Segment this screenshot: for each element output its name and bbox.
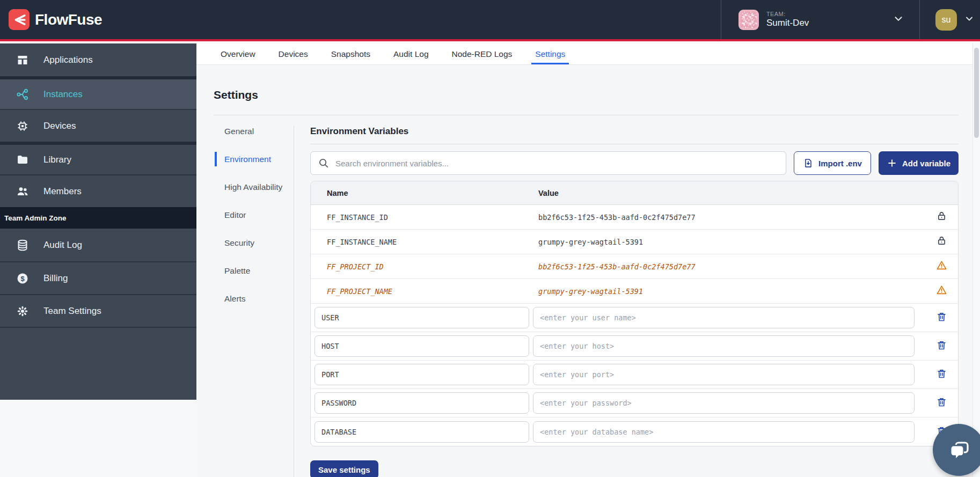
env-var-value-input[interactable] <box>533 364 915 385</box>
chat-widget-button[interactable] <box>933 424 980 476</box>
library-icon <box>16 153 29 166</box>
audit-log-icon <box>16 239 29 252</box>
env-var-name-input[interactable] <box>315 364 529 385</box>
env-toolbar: Import .env Add variable <box>310 151 959 175</box>
delete-variable-button[interactable] <box>935 339 948 354</box>
subnav-item-alerts[interactable]: Alerts <box>224 293 287 304</box>
column-header-value: Value <box>538 189 925 197</box>
sidebar-item-team-settings[interactable]: Team Settings <box>0 294 196 327</box>
env-var-name: FF_PROJECT_ID <box>311 262 538 271</box>
env-var-value-input[interactable] <box>533 335 915 357</box>
tab-devices[interactable]: Devices <box>279 43 308 64</box>
chevron-down-icon[interactable] <box>964 13 975 26</box>
tab-settings[interactable]: Settings <box>535 43 565 64</box>
sidebar: ApplicationsInstancesDevicesLibraryMembe… <box>0 43 196 400</box>
sidebar-item-label: Library <box>43 155 71 165</box>
sidebar-item-label: Applications <box>43 55 93 65</box>
team-label: TEAM: <box>766 11 809 17</box>
sidebar-item-label: Team Settings <box>43 306 101 317</box>
env-variables-table: Name Value FF_INSTANCE_IDbb2f6c53-1f25-4… <box>310 181 959 446</box>
delete-variable-button[interactable] <box>935 310 948 325</box>
column-header-name: Name <box>311 189 538 197</box>
sidebar-item-label: Audit Log <box>43 240 82 251</box>
scrollbar-thumb[interactable] <box>974 48 979 138</box>
env-var-row-user <box>311 304 958 332</box>
devices-icon <box>16 120 29 133</box>
sidebar-item-audit-log[interactable]: Audit Log <box>0 229 196 261</box>
sidebar-item-billing[interactable]: $Billing <box>0 261 196 294</box>
subnav-item-editor[interactable]: Editor <box>224 209 287 221</box>
page-title: Settings <box>214 89 959 101</box>
env-var-name-input[interactable] <box>315 307 529 328</box>
env-var-name: FF_PROJECT_NAME <box>311 287 538 296</box>
app-header: FlowFuse TEAM: Sumit-Dev su <box>0 0 980 41</box>
sidebar-item-label: Instances <box>43 89 83 100</box>
trash-icon <box>936 397 947 409</box>
env-var-row-ff-instance-name: FF_INSTANCE_NAMEgrumpy-grey-wagtail-5391 <box>311 230 958 254</box>
sidebar-item-label: Devices <box>43 121 76 131</box>
env-var-value-input[interactable] <box>533 307 915 328</box>
team-selector[interactable]: TEAM: Sumit-Dev <box>721 0 919 39</box>
env-var-value: bb2f6c53-1f25-453b-aafd-0c2f475d7e77 <box>538 262 925 271</box>
flowfuse-logo-icon <box>9 9 30 30</box>
table-header: Name Value <box>311 181 958 205</box>
import-icon <box>803 158 814 168</box>
app-window: FlowFuse TEAM: Sumit-Dev su Applications… <box>0 0 980 477</box>
save-settings-label: Save settings <box>318 465 370 474</box>
search-input[interactable] <box>310 151 786 175</box>
env-var-value-input[interactable] <box>533 392 915 414</box>
delete-variable-button[interactable] <box>935 395 948 410</box>
env-var-row-ff-instance-id: FF_INSTANCE_IDbb2f6c53-1f25-453b-aafd-0c… <box>311 205 958 230</box>
sidebar-item-applications[interactable]: Applications <box>0 43 196 76</box>
user-avatar[interactable]: su <box>935 9 957 31</box>
subnav-item-general[interactable]: General <box>224 126 287 137</box>
add-variable-button[interactable]: Add variable <box>879 151 959 175</box>
env-var-name: FF_INSTANCE_NAME <box>311 238 538 246</box>
tab-audit-log[interactable]: Audit Log <box>393 43 429 64</box>
env-var-value-input[interactable] <box>533 421 915 443</box>
instance-tabbar: OverviewDevicesSnapshotsAudit LogNode-RE… <box>196 43 972 65</box>
team-settings-icon <box>16 305 29 318</box>
trash-icon <box>936 340 947 353</box>
sidebar-item-instances[interactable]: Instances <box>0 76 196 109</box>
import-env-button[interactable]: Import .env <box>794 151 871 175</box>
tab-snapshots[interactable]: Snapshots <box>331 43 370 64</box>
env-var-row-ff-project-id: FF_PROJECT_IDbb2f6c53-1f25-453b-aafd-0c2… <box>311 254 958 279</box>
settings-subnav: GeneralEnvironmentHigh AvailabilityEdito… <box>224 126 287 477</box>
svg-text:$: $ <box>20 274 25 282</box>
trash-icon <box>936 368 947 381</box>
main-content: Settings GeneralEnvironmentHigh Availabi… <box>196 65 972 477</box>
chevron-down-icon[interactable] <box>893 13 904 27</box>
page-scrollbar[interactable] <box>972 43 980 477</box>
user-menu[interactable]: su <box>919 0 980 39</box>
warning-icon <box>936 284 947 298</box>
sidebar-item-devices[interactable]: Devices <box>0 109 196 142</box>
team-name: Sumit-Dev <box>766 18 809 28</box>
members-icon <box>16 185 29 198</box>
subnav-item-palette[interactable]: Palette <box>224 265 287 276</box>
tab-node-red-logs[interactable]: Node-RED Logs <box>452 43 513 64</box>
env-var-name: FF_INSTANCE_ID <box>311 213 538 222</box>
env-var-name-input[interactable] <box>315 421 529 443</box>
plus-icon <box>887 158 897 168</box>
sidebar-item-label: Members <box>43 186 82 197</box>
delete-variable-button[interactable] <box>935 367 948 382</box>
applications-icon <box>16 54 29 67</box>
instances-icon <box>16 88 29 101</box>
subnav-item-security[interactable]: Security <box>224 237 287 248</box>
panel-divider <box>310 144 959 144</box>
subnav-divider <box>294 126 294 477</box>
subnav-item-high-availability[interactable]: High Availability <box>224 181 287 193</box>
sidebar-item-library[interactable]: Library <box>0 142 196 174</box>
env-var-name-input[interactable] <box>315 392 529 414</box>
flowfuse-logo[interactable]: FlowFuse <box>9 9 102 30</box>
add-variable-label: Add variable <box>902 159 950 168</box>
subnav-item-environment[interactable]: Environment <box>224 153 287 165</box>
save-settings-button[interactable]: Save settings <box>310 460 378 477</box>
env-var-row-host <box>311 332 958 361</box>
tab-overview[interactable]: Overview <box>221 43 255 64</box>
team-avatar <box>738 10 759 30</box>
chat-icon <box>946 437 972 463</box>
sidebar-item-members[interactable]: Members <box>0 174 196 207</box>
env-var-name-input[interactable] <box>315 335 529 357</box>
